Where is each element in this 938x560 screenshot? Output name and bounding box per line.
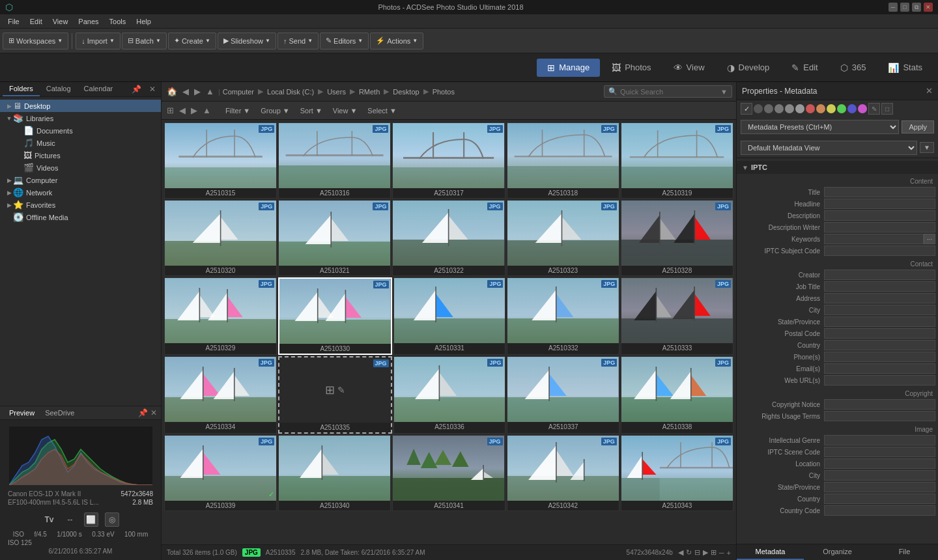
statusbar-view-btn[interactable]: ⊞ <box>711 548 717 557</box>
photo-cell-a2510338[interactable]: JPG A2510338 <box>621 356 733 434</box>
iptc-keywords-input[interactable] <box>824 234 924 244</box>
photo-cell-a2510322[interactable]: JPG A2510322 <box>392 200 505 276</box>
photo-cell-a2510315[interactable]: JPG A2510315 <box>164 122 277 199</box>
menu-view[interactable]: View <box>48 16 74 27</box>
color-3-btn[interactable] <box>775 104 784 113</box>
iptc-description-input[interactable] <box>824 210 935 221</box>
iptc-email-input[interactable] <box>824 363 935 374</box>
photo-cell-a2510340[interactable]: A2510340 <box>278 435 391 511</box>
tree-item-favorites[interactable]: ▶ ⭐ Favorites <box>0 199 161 211</box>
path-photos[interactable]: Photos <box>433 88 455 96</box>
nav-fwd2-button[interactable]: ▶ <box>190 104 199 117</box>
edit-icon-btn[interactable]: ✎ <box>868 103 880 115</box>
tree-item-offline[interactable]: 💽 Offline Media <box>0 211 161 223</box>
photo-cell-a2510318[interactable]: JPG A2510318 <box>507 122 619 199</box>
photo-cell-a2510342[interactable]: JPG A2510342 <box>507 435 619 511</box>
filter-button[interactable]: Filter ▼ <box>221 105 254 116</box>
sort-button[interactable]: Sort ▼ <box>296 105 326 116</box>
iptc-copyright-input[interactable] <box>824 399 935 410</box>
tree-item-desktop[interactable]: ▶ 🖥 Desktop <box>0 100 161 112</box>
nav-home-button[interactable]: 🏠 <box>165 85 178 98</box>
nav-back-button[interactable]: ◀ <box>181 85 190 98</box>
maximize-button[interactable]: □ <box>900 3 909 12</box>
tree-item-libraries[interactable]: ▼ 📚 Libraries <box>0 112 161 124</box>
statusbar-prev-btn[interactable]: ◀ <box>678 548 683 557</box>
preview-close-button[interactable]: ✕ <box>150 408 157 417</box>
iptc-address-input[interactable] <box>824 293 935 303</box>
rp-tab-organize[interactable]: Organize <box>804 544 871 560</box>
tree-item-music[interactable]: 🎵 Music <box>0 137 161 149</box>
iptc-collapse-header[interactable]: ▼ IPTC <box>737 161 938 174</box>
path-localdisk[interactable]: Local Disk (C:) <box>267 88 314 96</box>
white-square-btn[interactable]: □ <box>881 103 893 115</box>
color-red-btn[interactable] <box>806 104 815 113</box>
close-button[interactable]: ✕ <box>924 3 933 12</box>
panel-close-button[interactable]: ✕ <box>147 83 158 95</box>
photo-cell-a2510323[interactable]: JPG A2510323 <box>507 200 619 276</box>
preview-tab-preview[interactable]: Preview <box>4 408 40 418</box>
iptc-country-input[interactable] <box>824 340 935 350</box>
color-green-btn[interactable] <box>837 104 846 113</box>
panel-pin-button[interactable]: 📌 <box>129 83 144 95</box>
iptc-location-input[interactable] <box>824 458 935 469</box>
photo-cell-a2510316[interactable]: JPG A2510316 <box>278 122 391 199</box>
menu-tools[interactable]: Tools <box>104 16 132 27</box>
color-5-btn[interactable] <box>795 104 804 113</box>
photo-cell-a2510336[interactable]: JPG A2510336 <box>393 356 506 434</box>
menu-help[interactable]: Help <box>131 16 156 27</box>
view-preset-select[interactable]: Default Metadata View <box>741 141 917 155</box>
color-4-btn[interactable] <box>785 104 794 113</box>
mode-manage[interactable]: ⊞ Manage <box>537 59 600 77</box>
iptc-city-input[interactable] <box>824 305 935 315</box>
actions-button[interactable]: ⚡ Actions ▼ <box>370 33 423 49</box>
photo-cell-a2510332[interactable]: JPG A2510332 <box>507 277 619 355</box>
tab-folders[interactable]: Folders <box>3 82 40 96</box>
photo-cell-a2510337[interactable]: JPG A2510337 <box>507 356 619 434</box>
slideshow-button[interactable]: ▶ Slideshow ▼ <box>218 33 276 49</box>
iptc-state-input[interactable] <box>824 316 935 327</box>
iptc-rights-input[interactable] <box>824 411 935 421</box>
mode-photos[interactable]: 🖼 Photos <box>601 59 661 77</box>
photo-cell-a2510331[interactable]: JPG A2510331 <box>393 277 506 355</box>
apply-button[interactable]: Apply <box>902 120 934 133</box>
preview-aperture-icon[interactable]: ◎ <box>105 512 119 527</box>
photo-cell-a2510333[interactable]: JPG A2510333 <box>621 277 733 355</box>
editors-button[interactable]: ✎ Editors ▼ <box>320 33 369 49</box>
select-button[interactable]: Select ▼ <box>363 105 400 116</box>
iptc-imgstate-input[interactable] <box>824 482 935 492</box>
nav-forward-button[interactable]: ▶ <box>193 85 202 98</box>
mode-view[interactable]: 👁 View <box>663 59 715 77</box>
preview-tab-seedrive[interactable]: SeeDrive <box>40 408 79 418</box>
view-button[interactable]: View ▼ <box>329 105 362 116</box>
iptc-imgcountry-input[interactable] <box>824 494 935 504</box>
send-button[interactable]: ↑ Send ▼ <box>277 33 319 49</box>
workspaces-button[interactable]: ⊞ Workspaces ▼ <box>3 33 68 49</box>
statusbar-refresh-btn[interactable]: ↻ <box>686 548 692 557</box>
mode-stats[interactable]: 📊 Stats <box>877 59 933 77</box>
photo-cell-a2510321[interactable]: JPG A2510321 <box>278 200 391 276</box>
photo-cell-a2510335[interactable]: ⊞ ✎ JPG A2510335 <box>278 356 392 434</box>
keywords-dots-button[interactable]: ··· <box>924 234 935 244</box>
iptc-desc-writer-input[interactable] <box>824 222 935 232</box>
color-2-btn[interactable] <box>764 104 773 113</box>
rp-tab-file[interactable]: File <box>871 544 938 560</box>
color-blue-btn[interactable] <box>847 104 857 113</box>
nav-back2-button[interactable]: ◀ <box>178 104 187 117</box>
restore-button[interactable]: ⧉ <box>912 3 921 12</box>
import-button[interactable]: ↓ Import ▼ <box>76 33 121 49</box>
photo-cell-a2510329[interactable]: JPG A2510329 <box>164 277 277 355</box>
path-rmeth[interactable]: RMeth <box>359 88 380 96</box>
preview-pin-button[interactable]: 📌 <box>138 408 148 417</box>
statusbar-info-btn[interactable]: ─ <box>719 548 724 557</box>
search-input[interactable] <box>620 88 718 96</box>
iptc-genre-input[interactable] <box>824 435 935 445</box>
menu-edit[interactable]: Edit <box>25 16 48 27</box>
photo-cell-a2510320[interactable]: JPG A2510320 <box>164 200 277 276</box>
search-dropdown-icon[interactable]: ▼ <box>720 88 728 96</box>
iptc-countrycode-input[interactable] <box>824 505 935 516</box>
iptc-jobtitle-input[interactable] <box>824 281 935 292</box>
menu-file[interactable]: File <box>3 16 25 27</box>
photo-cell-a2510328[interactable]: JPG A2510328 <box>621 200 733 276</box>
path-desktop[interactable]: Desktop <box>393 88 419 96</box>
iptc-subject-input[interactable] <box>824 245 935 256</box>
